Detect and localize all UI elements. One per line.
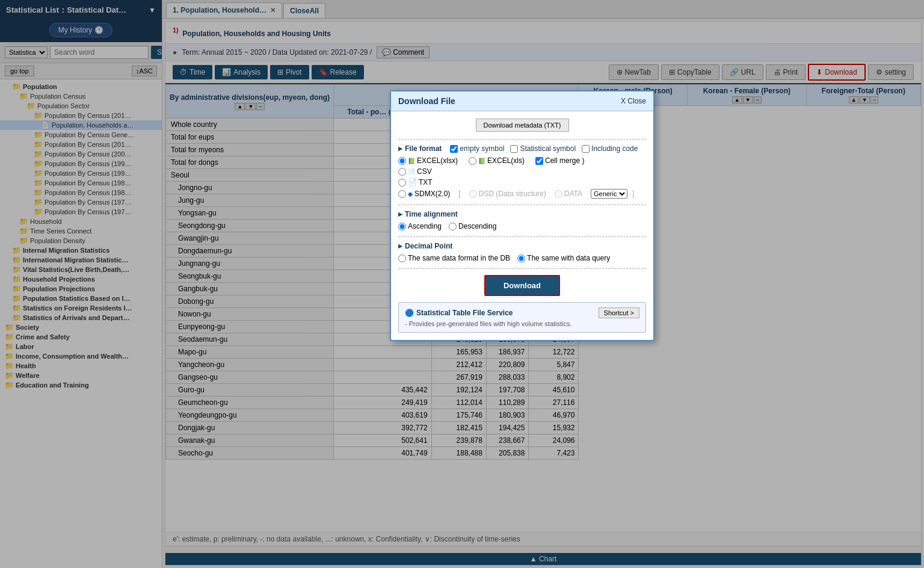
incl-code-checkbox[interactable]: Including code	[582, 144, 638, 153]
decimal-label: Decimal Point	[398, 242, 646, 250]
ascending-radio[interactable]: Ascending	[398, 222, 442, 230]
modal-overlay: Download File X Close Download metadata …	[0, 0, 924, 568]
same-db-radio[interactable]: The same data format in the DB	[398, 254, 510, 262]
file-service-section: 🔵 Statistical Table File Service Shortcu…	[398, 302, 646, 333]
empty-symbol-checkbox[interactable]: empty symbol	[450, 144, 504, 153]
stat-symbol-checkbox[interactable]: Statistical symbol	[510, 144, 576, 153]
time-alignment-section: Time alignment Ascending Descending	[398, 210, 646, 230]
sdmx-bracket-left: [	[458, 190, 460, 198]
csv-icon: 📄	[408, 168, 415, 175]
descending-radio[interactable]: Descending	[449, 222, 496, 230]
dsd-radio[interactable]: DSD (Data structure)	[469, 190, 546, 198]
cell-merge-checkbox[interactable]: Cell merge )	[535, 156, 584, 165]
shortcut-button[interactable]: Shortcut >	[599, 307, 639, 318]
time-options: Ascending Descending	[398, 222, 646, 230]
txt-row: 📄 TXT	[398, 178, 646, 187]
time-alignment-label: Time alignment	[398, 210, 646, 218]
modal-download-button[interactable]: Download	[484, 275, 560, 296]
csv-row: 📄 CSV	[398, 167, 646, 176]
txt-icon: 📄	[408, 178, 417, 187]
same-query-radio[interactable]: The same with data query	[517, 254, 610, 262]
data-radio[interactable]: DATA	[555, 190, 582, 198]
decimal-section: Decimal Point The same data format in th…	[398, 242, 646, 262]
decimal-options: The same data format in the DB The same …	[398, 254, 646, 262]
modal-body: Download metadata (TXT) File format empt…	[391, 111, 653, 340]
modal-header: Download File X Close	[391, 91, 653, 111]
xlsx-radio[interactable]: 📗 EXCEL(xlsx)	[398, 156, 458, 165]
format-checkboxes: empty symbol Statistical symbol Includin…	[450, 144, 638, 153]
txt-radio[interactable]: 📄 TXT	[398, 178, 433, 187]
modal-close-button[interactable]: X Close	[621, 97, 646, 105]
file-service-radio-icon: 🔵	[405, 309, 414, 317]
sdmx-radio[interactable]: ◈ SDMX(2.0)	[398, 190, 450, 198]
sdmx-type-select[interactable]: Generic	[591, 189, 627, 199]
download-modal: Download File X Close Download metadata …	[390, 90, 654, 341]
excel-row: 📗 EXCEL(xlsx) 📗 EXCEL(xls) Cell merge )	[398, 156, 646, 165]
modal-title: Download File	[398, 96, 455, 106]
sdmx-bracket-right: ]	[632, 190, 634, 198]
csv-radio[interactable]: 📄 CSV	[398, 167, 432, 176]
sdmx-row: ◈ SDMX(2.0) [ DSD (Data structure) DATA	[398, 189, 646, 199]
xls-radio[interactable]: 📗 EXCEL(xls)	[469, 156, 525, 165]
file-service-title: 🔵 Statistical Table File Service	[405, 309, 513, 317]
file-format-section: File format empty symbol Statistical sym…	[398, 144, 646, 199]
file-format-label: File format empty symbol Statistical sym…	[398, 144, 646, 153]
file-type-options: 📗 EXCEL(xlsx) 📗 EXCEL(xls) Cell merge )	[398, 156, 646, 199]
file-service-desc: - Provides pre-generated files with high…	[405, 320, 639, 327]
file-service-header: 🔵 Statistical Table File Service Shortcu…	[405, 307, 639, 318]
metadata-download-button[interactable]: Download metadata (TXT)	[476, 119, 569, 132]
